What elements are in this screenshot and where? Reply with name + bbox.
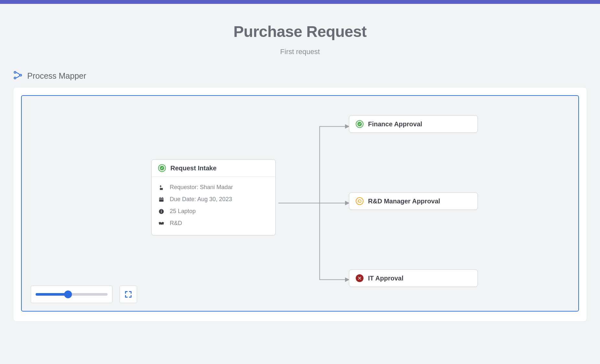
fullscreen-button[interactable] [120,286,137,303]
svg-point-2 [20,74,22,76]
handshake-icon [158,221,165,226]
check-circle-icon [158,164,166,172]
svg-rect-7 [162,197,163,198]
node-title: R&D Manager Approval [368,198,440,205]
check-circle-icon [356,120,363,128]
fullscreen-icon [124,290,133,299]
page-title: Purchase Request [0,23,600,40]
node-title: IT Approval [368,275,403,282]
canvas-controls [31,286,137,303]
info-icon [158,209,165,214]
section-title: Process Mapper [27,71,86,81]
detail-requestor: Requestor: Shani Madar [158,181,269,193]
node-request-intake[interactable]: Request Intake Requestor: Shani Madar Du… [151,159,276,235]
process-mapper-icon [13,70,23,81]
node-title: Finance Approval [368,120,422,128]
x-circle-icon [356,274,363,282]
node-title: Request Intake [170,165,216,172]
pending-icon [356,197,363,205]
svg-rect-9 [161,211,162,212]
svg-rect-5 [159,199,164,199]
section-header: Process Mapper [0,56,600,87]
svg-rect-4 [159,198,164,201]
zoom-thumb[interactable] [64,290,72,298]
node-rnd-manager-approval[interactable]: R&D Manager Approval [349,192,478,210]
detail-text: 25 Laptop [170,208,196,215]
svg-point-10 [161,210,162,210]
detail-text: Due Date: Aug 30, 2023 [170,196,232,203]
detail-text: Requestor: Shani Madar [170,184,233,191]
detail-department: R&D [158,217,269,229]
user-icon [158,185,165,190]
node-finance-approval[interactable]: Finance Approval [349,115,478,133]
svg-point-0 [14,72,16,74]
zoom-fill [36,293,68,296]
calendar-icon [158,197,165,202]
detail-due-date: Due Date: Aug 30, 2023 [158,193,269,205]
page-subtitle: First request [0,48,600,56]
svg-point-1 [14,77,16,79]
app-top-bar [0,0,600,4]
zoom-slider[interactable] [31,286,112,303]
detail-item: 25 Laptop [158,205,269,217]
mapper-panel: Request Intake Requestor: Shani Madar Du… [13,87,587,322]
node-it-approval[interactable]: IT Approval [349,269,478,287]
connectors [22,96,578,311]
process-canvas[interactable]: Request Intake Requestor: Shani Madar Du… [21,95,579,312]
svg-rect-6 [160,197,161,198]
page-header: Purchase Request First request [0,4,600,56]
detail-text: R&D [170,220,182,227]
